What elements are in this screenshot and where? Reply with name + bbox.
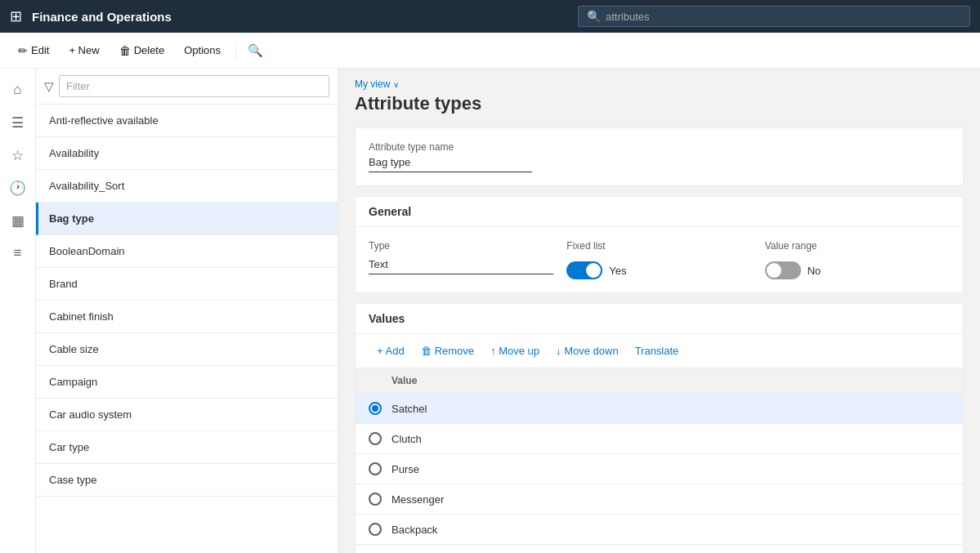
value-row-satchel[interactable]: Satchel	[356, 394, 963, 424]
modules-icon-button[interactable]: ≡	[3, 239, 33, 268]
add-value-button[interactable]: + Add	[369, 341, 413, 361]
delete-label: Delete	[134, 44, 165, 56]
toolbar-search-button[interactable]: 🔍	[243, 38, 268, 63]
attribute-name-section: Attribute type name Bag type	[355, 127, 964, 186]
fixed-list-label: Fixed list	[566, 240, 751, 252]
fixed-list-field: Fixed list Yes	[566, 240, 751, 279]
general-grid: Type Text Fixed list Yes Value range	[356, 227, 963, 292]
list-item-availability[interactable]: Availability	[36, 137, 338, 170]
value-row-clutch[interactable]: Clutch	[356, 424, 963, 454]
new-label: + New	[69, 44, 99, 56]
recent-icon-button[interactable]: 🕐	[3, 173, 33, 203]
list-item-anti-reflective[interactable]: Anti-reflective available	[36, 105, 338, 137]
workspaces-icon-button[interactable]: ▦	[3, 206, 33, 235]
add-label: + Add	[377, 345, 405, 357]
move-up-label: ↑ Move up	[490, 345, 539, 357]
fixed-list-value: Yes	[609, 265, 626, 277]
radio-purse[interactable]	[369, 462, 382, 475]
value-column-label: Value	[392, 375, 417, 386]
list-item-case-type[interactable]: Case type	[36, 464, 338, 497]
list-item-bag-type[interactable]: Bag type	[36, 203, 338, 235]
list-items-container: Anti-reflective availableAvailabilityAva…	[36, 105, 338, 553]
radio-clutch[interactable]	[369, 432, 382, 445]
search-input[interactable]	[606, 11, 961, 23]
toolbar-separator	[235, 42, 236, 59]
list-item-car-type[interactable]: Car type	[36, 431, 338, 464]
search-icon: 🔍	[587, 10, 601, 23]
attribute-type-name-value: Bag type	[369, 156, 532, 172]
type-label: Type	[369, 240, 553, 252]
values-column-header: Value	[356, 368, 963, 394]
list-item-cabinet-finish[interactable]: Cabinet finish	[36, 301, 338, 333]
attribute-type-name-label: Attribute type name	[369, 141, 950, 153]
chevron-down-icon: ∨	[393, 80, 399, 89]
type-field: Type Text	[369, 240, 553, 279]
global-search[interactable]: 🔍	[578, 6, 970, 27]
view-label: My view	[355, 78, 390, 90]
favorites-icon-button[interactable]: ☆	[3, 140, 33, 170]
fixed-list-toggle-row: Yes	[566, 261, 751, 279]
new-button[interactable]: + New	[60, 39, 107, 61]
toolbar: ✏ Edit + New 🗑 Delete Options 🔍	[0, 33, 980, 69]
delete-button[interactable]: 🗑 Delete	[111, 39, 173, 62]
list-item-boolean-domain[interactable]: BooleanDomain	[36, 235, 338, 268]
side-icons: ⌂ ☰ ☆ 🕐 ▦ ≡	[0, 69, 36, 553]
values-rows-container: SatchelClutchPurseMessengerBackpackWalle…	[356, 394, 963, 553]
edit-button[interactable]: ✏ Edit	[10, 39, 57, 62]
list-filter-area: ▽	[36, 69, 338, 105]
hamburger-icon-button[interactable]: ☰	[3, 108, 33, 137]
radio-messenger[interactable]	[369, 493, 382, 506]
page-title: Attribute types	[355, 93, 964, 114]
value-text-messenger: Messenger	[392, 493, 444, 506]
translate-label: Translate	[635, 345, 679, 357]
list-panel: ▽ Anti-reflective availableAvailabilityA…	[36, 69, 338, 553]
value-text-purse: Purse	[392, 463, 419, 475]
trash-icon: 🗑	[421, 345, 432, 357]
grid-icon[interactable]: ⊞	[10, 7, 22, 25]
list-item-cable-size[interactable]: Cable size	[36, 333, 338, 366]
edit-label: Edit	[31, 44, 49, 56]
detail-panel: My view ∨ Attribute types Attribute type…	[338, 69, 980, 553]
remove-label: Remove	[435, 345, 474, 357]
translate-button[interactable]: Translate	[627, 341, 687, 361]
value-range-toggle[interactable]	[765, 261, 801, 279]
values-section-header: Values	[356, 304, 963, 334]
filter-icon[interactable]: ▽	[44, 79, 54, 94]
value-range-field: Value range No	[765, 240, 950, 279]
radio-backpack[interactable]	[369, 523, 382, 536]
move-down-label: ↓ Move down	[556, 345, 619, 357]
remove-value-button[interactable]: 🗑 Remove	[413, 341, 482, 361]
fixed-list-toggle[interactable]	[566, 261, 602, 279]
value-row-messenger[interactable]: Messenger	[356, 484, 963, 515]
list-item-campaign[interactable]: Campaign	[36, 366, 338, 399]
value-range-toggle-knob	[767, 263, 781, 278]
value-range-value: No	[808, 265, 821, 277]
value-range-toggle-row: No	[765, 261, 950, 279]
fixed-list-toggle-knob	[586, 263, 601, 278]
value-text-clutch: Clutch	[392, 433, 422, 445]
app-title: Finance and Operations	[32, 10, 571, 24]
value-range-label: Value range	[765, 240, 950, 252]
view-selector[interactable]: My view ∨	[355, 78, 964, 90]
options-button[interactable]: Options	[176, 39, 229, 61]
value-text-satchel: Satchel	[392, 403, 427, 415]
delete-icon: 🗑	[119, 44, 131, 57]
list-item-car-audio-system[interactable]: Car audio system	[36, 399, 338, 431]
move-up-button[interactable]: ↑ Move up	[482, 341, 548, 361]
list-item-availability-sort[interactable]: Availability_Sort	[36, 170, 338, 203]
general-section: General Type Text Fixed list Yes	[355, 196, 964, 293]
move-down-button[interactable]: ↓ Move down	[548, 341, 627, 361]
value-row-purse[interactable]: Purse	[356, 454, 963, 484]
edit-icon: ✏	[18, 44, 28, 57]
type-value: Text	[369, 258, 553, 274]
value-text-backpack: Backpack	[392, 524, 437, 536]
value-row-backpack[interactable]: Backpack	[356, 515, 963, 545]
general-section-header: General	[356, 197, 963, 227]
list-item-brand[interactable]: Brand	[36, 268, 338, 301]
filter-input[interactable]	[59, 75, 329, 97]
value-row-wallet[interactable]: Wallet	[356, 545, 963, 553]
values-section: Values + Add 🗑 Remove ↑ Move up ↓ Move d…	[355, 303, 964, 553]
home-icon-button[interactable]: ⌂	[3, 75, 33, 105]
main-layout: ⌂ ☰ ☆ 🕐 ▦ ≡ ▽ Anti-reflective availableA…	[0, 69, 980, 553]
radio-satchel[interactable]	[369, 402, 382, 415]
